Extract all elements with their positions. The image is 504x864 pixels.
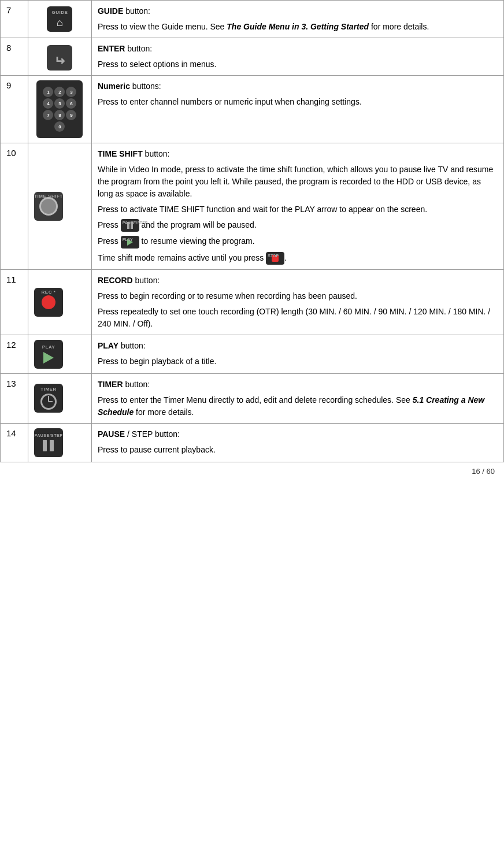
button-title: Numeric: [98, 81, 130, 91]
table-row: 7 GUIDE ⌂ GUIDE button: Press to view th…: [1, 1, 504, 38]
button-title: TIME SHIFT: [98, 149, 143, 158]
pause-bar-right: [50, 440, 54, 451]
description-text-2: Press to activate TIME SHIFT function an…: [98, 203, 498, 216]
num-2: 2: [54, 87, 65, 97]
description-text-1: While in Video In mode, press to activat…: [98, 164, 498, 200]
play-line: Press PLAY to resume viewing the program…: [98, 235, 498, 248]
pause-icon: PAUSE/STEP: [34, 428, 63, 457]
timeshift-circle: [39, 197, 58, 216]
description-text-2: Press repeatedly to set one touch record…: [98, 306, 498, 330]
table-row: 10 TIME SHIFT TIME SHIFT button: While i…: [1, 143, 504, 270]
page-footer: 16 / 60: [0, 462, 504, 480]
num-4: 4: [43, 98, 53, 109]
timer-hand2-icon: [49, 401, 53, 402]
page-wrapper: 7 GUIDE ⌂ GUIDE button: Press to view th…: [0, 0, 504, 480]
row-icon: GUIDE ⌂: [28, 1, 91, 38]
row-description: TIMER button: Press to enter the Timer M…: [91, 373, 503, 423]
button-title: GUIDE: [98, 6, 123, 16]
description-text: Press to enter channel numbers or numeri…: [98, 96, 498, 108]
guide-menu-reference: The Guide Menu in 3. Getting Started: [227, 22, 369, 31]
row-description: PLAY button: Press to begin playback of …: [91, 335, 503, 373]
icon-top-label: GUIDE: [52, 10, 68, 15]
num-0: 0: [54, 121, 65, 132]
description-text-1: Press to begin recording or to resume wh…: [98, 290, 498, 302]
row-icon: PAUSE/STEP: [28, 423, 91, 462]
num-6: 6: [66, 98, 76, 109]
row-description: ENTER button: Press to select options in…: [91, 38, 503, 76]
num-1: 1: [43, 87, 53, 97]
row-description: PAUSE / STEP button: Press to pause curr…: [91, 423, 503, 462]
button-title: ENTER: [98, 44, 125, 53]
description-text: Press to pause current playback.: [98, 444, 498, 456]
row-icon: 1 2 3 4 5 6 7 8 9 0: [28, 76, 91, 143]
description-text: Press to select options in menus.: [98, 58, 498, 71]
schedule-reference: 5.1 Creating a New Schedule: [98, 395, 484, 417]
row-icon: REC *: [28, 269, 91, 335]
num-3: 3: [66, 87, 76, 97]
page-number: 16 / 60: [472, 467, 495, 476]
row-description: RECORD button: Press to begin recording …: [91, 269, 503, 335]
num-7: 7: [43, 110, 53, 120]
stop-line: Time shift mode remains active until you…: [98, 252, 498, 265]
button-title: PLAY: [98, 341, 118, 350]
description-text: Press to begin playback of a title.: [98, 355, 498, 368]
icon-top-label: TIMER: [40, 387, 56, 392]
content-table: 7 GUIDE ⌂ GUIDE button: Press to view th…: [0, 0, 504, 462]
table-row: 9 1 2 3 4 5 6 7 8 9 0: [1, 76, 504, 143]
description-text: Press to view the Guide menu. See The Gu…: [98, 21, 498, 33]
num-5: 5: [54, 98, 65, 109]
pause-step-line: Press PAUSE/STEP and the program will be…: [98, 219, 498, 232]
row-number: 13: [1, 373, 28, 423]
inline-play-icon: PLAY: [121, 236, 139, 249]
num-8: 8: [54, 110, 65, 120]
enter-icon: ↵: [47, 45, 72, 71]
row-description: Numeric buttons: Press to enter channel …: [91, 76, 503, 143]
table-row: 12 PLAY PLAY button: Press to begin play…: [1, 335, 504, 373]
inline-pause-step-icon: PAUSE/STEP: [121, 219, 139, 232]
row-icon: PLAY: [28, 335, 91, 373]
house-icon: ⌂: [57, 17, 63, 29]
row-number: 12: [1, 335, 28, 373]
row-description: GUIDE button: Press to view the Guide me…: [91, 1, 503, 38]
row-number: 7: [1, 1, 28, 38]
table-row: 14 PAUSE/STEP PAUSE / STEP button:: [1, 423, 504, 462]
row-number: 14: [1, 423, 28, 462]
pause-bars-shape: [43, 440, 54, 451]
row-description: TIME SHIFT button: While in Video In mod…: [91, 143, 503, 270]
row-number: 11: [1, 269, 28, 335]
numeric-icon: 1 2 3 4 5 6 7 8 9 0: [36, 80, 83, 138]
description-text: Press to enter the Timer Menu directly t…: [98, 394, 498, 418]
play-label: PLAY: [123, 237, 133, 243]
row-icon: TIME SHIFT: [28, 143, 91, 270]
table-row: 13 TIMER TIMER button: Press to enter th…: [1, 373, 504, 423]
row-number: 10: [1, 143, 28, 270]
enter-arrow-icon: ↵: [54, 54, 65, 69]
icon-top-label: REC *: [34, 290, 63, 295]
play-triangle-shape: [43, 352, 54, 364]
table-row: 11 REC * RECORD button: Press to begin r…: [1, 269, 504, 335]
icon-top-label: PAUSE/STEP: [35, 433, 63, 437]
pause-step-label: PAUSE/STEP: [123, 220, 148, 227]
guide-icon: GUIDE ⌂: [47, 6, 72, 32]
timer-icon: TIMER: [34, 384, 63, 413]
numeric-grid: 1 2 3 4 5 6 7 8 9 0: [40, 84, 79, 135]
record-icon: REC *: [34, 288, 63, 317]
icon-top-label: [59, 47, 61, 52]
row-icon: TIMER: [28, 373, 91, 423]
button-title: RECORD: [98, 276, 133, 285]
num-9: 9: [66, 110, 76, 120]
row-icon: ↵: [28, 38, 91, 76]
inline-stop-icon: STOP: [266, 252, 284, 265]
row-number: 9: [1, 76, 28, 143]
table-row: 8 ↵ ENTER button: Press to select option…: [1, 38, 504, 76]
timer-circle-icon: [40, 394, 57, 410]
button-title: TIMER: [98, 380, 123, 389]
record-dot-icon: [42, 295, 55, 309]
stop-label: STOP: [268, 253, 279, 259]
pause-bar-left: [43, 440, 47, 451]
icon-top-label: PLAY: [42, 344, 55, 350]
play-icon: PLAY: [34, 340, 63, 369]
timeshift-icon: TIME SHIFT: [34, 192, 63, 221]
button-title: PAUSE: [98, 429, 125, 439]
row-number: 8: [1, 38, 28, 76]
